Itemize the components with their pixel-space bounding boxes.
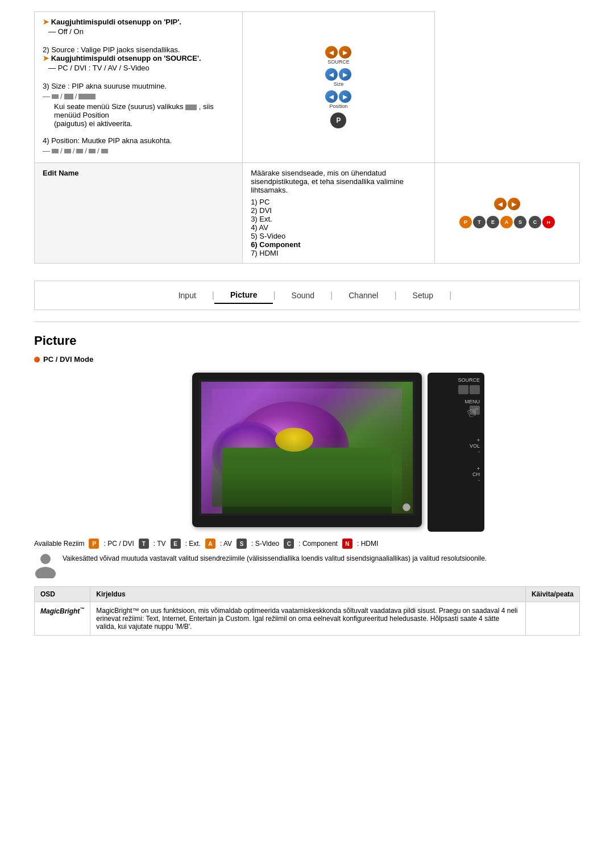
badge-n: N xyxy=(342,539,352,549)
badge-p: P xyxy=(89,539,99,549)
edit-btn-left[interactable]: ◀ xyxy=(494,198,507,210)
main-top-table: ➤ Kaugjuhtimispuldi otsenupp on 'PIP'. —… xyxy=(34,11,580,264)
edit-item-5: 5) S-Video xyxy=(251,232,426,240)
pos-icon-2 xyxy=(64,149,71,153)
ctrl-vol-label: +VOL- xyxy=(432,437,480,454)
tv-power-dot xyxy=(403,503,410,511)
size-btn-left[interactable]: ◀ xyxy=(325,68,338,81)
edit-icon-group: P T E A S C H xyxy=(443,216,571,228)
divider xyxy=(34,322,580,322)
col-osd: OSD xyxy=(35,587,90,602)
position-btn-left[interactable]: ◀ xyxy=(325,90,338,103)
ctrl-source-row xyxy=(432,385,480,394)
source-btn-right[interactable]: ▶ xyxy=(339,46,351,59)
magic-bright-label: MagicBright™ xyxy=(40,607,84,615)
mode-dot-icon xyxy=(34,357,40,362)
size-label: 3) Size : PIP akna suuruse muutmine. xyxy=(43,82,234,90)
ctrl-ch-label: +CH- xyxy=(432,466,480,483)
edit-name-desc: Määrake sisendseade, mis on ühendatud si… xyxy=(251,169,426,194)
nav-sep-5: | xyxy=(449,290,451,301)
badge-e-text: : Ext. xyxy=(185,540,201,548)
pos-icon-1 xyxy=(52,149,59,153)
source-line1: 2) Source : Valige PIP jaoks sisendallik… xyxy=(43,45,234,54)
tv-wrapper: SOURCE MENU ☞ +VOL- +CH- xyxy=(192,373,422,527)
p-button[interactable]: P xyxy=(330,112,346,128)
size-icons-row: — / / xyxy=(43,92,234,101)
badge-e: E xyxy=(171,539,181,549)
pos-icon-4 xyxy=(89,149,96,153)
edit-name-content-cell: Määrake sisendseade, mis on ühendatud si… xyxy=(243,163,435,264)
note-text: Vaikesätted võivad muutuda vastavalt val… xyxy=(63,554,487,562)
badge-s-text: : S-Video xyxy=(251,540,279,548)
edit-item-7: 7) HDMI xyxy=(251,249,426,257)
page-title: Picture xyxy=(34,333,580,348)
edit-name-label-cell: Edit Name xyxy=(35,163,243,264)
size-note3: (paigutus) ei aktiveerita. xyxy=(54,119,234,128)
ctrl-source-label: SOURCE xyxy=(432,377,480,383)
osd-cell: MagicBright™ xyxy=(35,602,90,636)
badge-n-text: : HDMI xyxy=(357,540,378,548)
nav-sound[interactable]: Sound xyxy=(276,287,330,303)
flower-center xyxy=(275,428,313,452)
pip-dash: — xyxy=(48,27,58,36)
size-label: Size xyxy=(325,81,351,87)
source-dash: — xyxy=(48,64,58,72)
position-icons-row: — / / / / xyxy=(43,147,234,155)
source-line2: ➤ Kaugjuhtimispuldi otsenupp on 'SOURCE'… xyxy=(43,54,234,62)
edit-badge-p: P xyxy=(459,216,472,228)
badge-t: T xyxy=(139,539,149,549)
edit-name-items: 1) PC 2) DVI 3) Ext. 4) AV 5) S-Video 6)… xyxy=(251,198,426,257)
pos-icon-3 xyxy=(76,149,83,153)
col-kirjeldus: Kirjeldus xyxy=(90,587,526,602)
edit-badge-1: H xyxy=(542,216,555,228)
edit-name-btn-pair: ◀ ▶ xyxy=(443,198,571,210)
mode-label-text: PC / DVI Mode xyxy=(43,355,93,364)
flower-leaves xyxy=(222,448,392,514)
svg-point-0 xyxy=(40,554,51,564)
edit-item-4: 4) AV xyxy=(251,223,426,232)
edit-badge-e: E xyxy=(487,216,499,228)
edit-badge-c: C xyxy=(529,216,541,228)
size-note: Kui seate menüü Size (suurus) valikuks ,… xyxy=(54,102,234,119)
available-row: Available Reziim P : PC / DVI T : TV E :… xyxy=(34,539,580,549)
edit-item-2: 2) DVI xyxy=(251,206,426,215)
tv-screen xyxy=(199,379,415,516)
edit-badge-a: A xyxy=(500,216,513,228)
nav-input[interactable]: Input xyxy=(163,287,212,303)
description-cell: MagicBright™ on uus funktsioon, mis võim… xyxy=(90,602,526,636)
pos-icon-5 xyxy=(101,149,108,153)
position-btn-right[interactable]: ▶ xyxy=(339,90,351,103)
tv-bezel xyxy=(192,373,422,527)
source-line3: — PC / DVI : TV / AV / S-Video xyxy=(48,64,234,72)
size-btn-pair: ◀ ▶ Size xyxy=(325,68,351,87)
ctrl-source-btn2[interactable] xyxy=(470,385,480,394)
nav-bar: Input | Picture | Sound | Channel | Setu… xyxy=(34,281,580,310)
pip-arrow: ➤ xyxy=(43,18,49,26)
size-icon-lg xyxy=(78,94,96,99)
col-toggle: Käivita/peata xyxy=(525,587,579,602)
badge-a-text: : AV xyxy=(220,540,232,548)
note-box: Vaikesätted võivad muutuda vastavalt val… xyxy=(34,554,580,577)
badge-c-text: : Component xyxy=(298,540,338,548)
flower-petal-main xyxy=(233,402,350,494)
bottom-table: OSD Kirjeldus Käivita/peata MagicBright™… xyxy=(34,586,580,636)
nav-setup[interactable]: Setup xyxy=(397,287,450,303)
source-label: SOURCE xyxy=(325,59,351,65)
source-btn-left[interactable]: ◀ xyxy=(325,46,338,59)
source-arrow: ➤ xyxy=(43,54,49,62)
source-button-group: ◀ ▶ SOURCE ◀ ▶ Size ◀ xyxy=(251,46,426,128)
size-btn-right[interactable]: ▶ xyxy=(339,68,351,81)
nav-channel[interactable]: Channel xyxy=(333,287,394,303)
edit-item-1: 1) PC xyxy=(251,198,426,206)
edit-btn-right[interactable]: ▶ xyxy=(508,198,520,210)
flower-petal-left xyxy=(212,422,286,487)
tv-container: SOURCE MENU ☞ +VOL- +CH- xyxy=(34,373,580,527)
size-note-icon xyxy=(185,105,197,110)
edit-name-image-cell: ◀ ▶ P T E A S C H xyxy=(434,163,579,264)
ctrl-source-btn[interactable] xyxy=(458,385,468,394)
tv-side-controls: SOURCE MENU ☞ +VOL- +CH- xyxy=(428,373,484,532)
mode-label-row: PC / DVI Mode xyxy=(34,355,580,364)
pip-content-cell: ➤ Kaugjuhtimispuldi otsenupp on 'PIP'. —… xyxy=(35,12,243,163)
nav-picture[interactable]: Picture xyxy=(214,287,273,304)
toggle-cell xyxy=(525,602,579,636)
